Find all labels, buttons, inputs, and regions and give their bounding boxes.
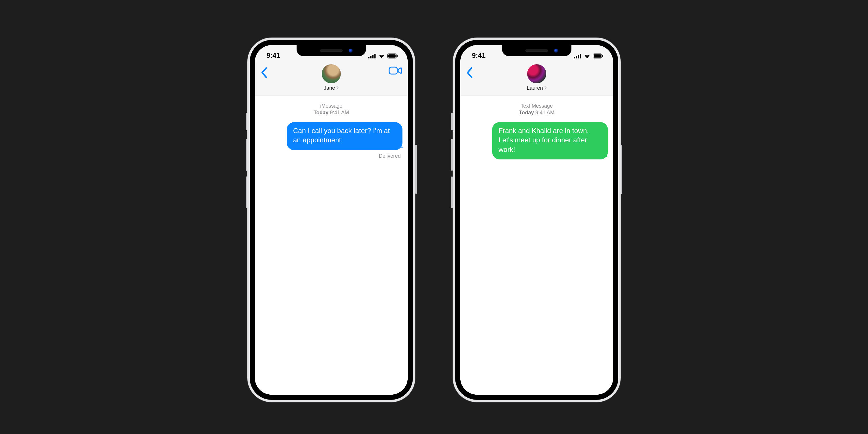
chevron-right-icon xyxy=(336,85,339,91)
back-button[interactable] xyxy=(466,64,472,79)
chevron-left-icon xyxy=(466,67,472,78)
earpiece-speaker xyxy=(525,50,548,52)
chevron-right-icon xyxy=(544,85,547,91)
svg-rect-5 xyxy=(388,54,396,58)
iphone-device-right: 9:41 xyxy=(453,38,621,402)
notch xyxy=(297,45,366,56)
svg-rect-10 xyxy=(578,55,579,58)
contact-button[interactable]: Lauren xyxy=(527,64,547,91)
svg-rect-6 xyxy=(397,55,398,57)
contact-name-label: Jane xyxy=(324,85,335,91)
svg-rect-13 xyxy=(594,54,601,58)
outgoing-message-bubble[interactable]: Frank and Khalid are in town. Let's meet… xyxy=(492,122,608,159)
status-time: 9:41 xyxy=(267,52,280,60)
silence-switch xyxy=(246,113,247,130)
conversation-header: Jane xyxy=(255,61,408,95)
cellular-signal-icon xyxy=(368,54,376,60)
delivery-status-label: Delivered xyxy=(260,153,402,159)
chevron-left-icon xyxy=(261,67,267,78)
svg-rect-11 xyxy=(580,54,581,58)
volume-up-button xyxy=(451,139,453,171)
facetime-button[interactable] xyxy=(389,64,402,76)
wifi-icon xyxy=(584,54,591,60)
message-thread[interactable]: Text Message Today 9:41 AM Frank and Kha… xyxy=(460,95,613,395)
timestamp-label: Today 9:41 AM xyxy=(260,110,402,116)
front-camera xyxy=(554,49,558,53)
timestamp-label: Today 9:41 AM xyxy=(466,110,608,116)
bubble-tail xyxy=(603,151,609,160)
svg-rect-1 xyxy=(370,56,372,58)
svg-rect-3 xyxy=(374,54,376,58)
volume-up-button xyxy=(246,139,247,171)
message-text: Frank and Khalid are in town. Let's meet… xyxy=(498,127,589,153)
protocol-label: iMessage xyxy=(260,103,402,109)
svg-rect-7 xyxy=(389,67,397,74)
front-camera xyxy=(349,49,353,53)
cellular-signal-icon xyxy=(574,54,581,60)
battery-icon xyxy=(593,54,603,60)
back-button[interactable] xyxy=(261,64,267,79)
status-time: 9:41 xyxy=(472,52,486,60)
message-text: Can I call you back later? I'm at an app… xyxy=(293,127,390,144)
svg-rect-2 xyxy=(372,55,374,58)
volume-down-button xyxy=(451,177,453,208)
video-camera-icon xyxy=(389,66,402,75)
message-thread[interactable]: iMessage Today 9:41 AM Can I call you ba… xyxy=(255,95,408,395)
power-button xyxy=(415,145,417,194)
battery-icon xyxy=(388,54,398,60)
notch xyxy=(502,45,571,56)
avatar xyxy=(527,64,546,83)
avatar xyxy=(322,64,341,83)
conversation-header: Lauren xyxy=(460,61,613,95)
svg-rect-0 xyxy=(368,57,370,58)
contact-button[interactable]: Jane xyxy=(322,64,341,91)
svg-rect-8 xyxy=(574,57,575,58)
contact-name-label: Lauren xyxy=(527,85,543,91)
svg-rect-9 xyxy=(576,56,577,58)
svg-rect-14 xyxy=(602,55,603,57)
volume-down-button xyxy=(246,177,247,208)
bubble-tail xyxy=(397,141,404,150)
earpiece-speaker xyxy=(320,50,343,52)
power-button xyxy=(621,145,622,194)
outgoing-message-bubble[interactable]: Can I call you back later? I'm at an app… xyxy=(287,122,402,150)
silence-switch xyxy=(451,113,453,130)
protocol-label: Text Message xyxy=(466,103,608,109)
iphone-device-left: 9:41 xyxy=(247,38,415,402)
wifi-icon xyxy=(378,54,385,60)
